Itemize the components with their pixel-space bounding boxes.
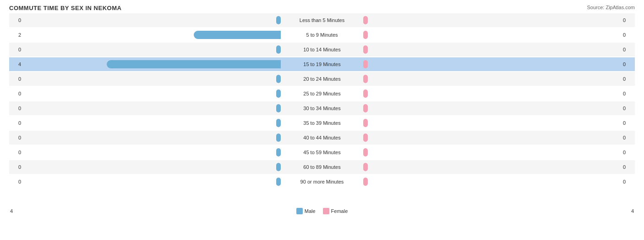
female-side — [363, 162, 621, 172]
chart-row: 0 Less than 5 Minutes 0 — [9, 13, 635, 27]
bars-wrapper: 60 to 89 Minutes — [23, 160, 621, 174]
row-male-val: 0 — [9, 120, 23, 126]
row-label: 10 to 14 Minutes — [281, 47, 363, 52]
male-side — [23, 118, 281, 128]
row-male-val: 0 — [9, 17, 23, 23]
chart-row: 0 10 to 14 Minutes 0 — [9, 43, 635, 56]
row-female-val: 0 — [621, 106, 635, 111]
female-bar — [363, 134, 368, 142]
row-bar-section: 45 to 59 Minutes — [23, 145, 621, 159]
male-bar — [194, 31, 281, 39]
male-side — [23, 89, 281, 98]
male-side — [23, 30, 281, 39]
row-label: 30 to 34 Minutes — [281, 106, 363, 111]
legend-male-box — [296, 208, 303, 214]
row-male-val: 2 — [9, 32, 23, 38]
bars-wrapper: 35 to 39 Minutes — [23, 116, 621, 130]
chart-row: 0 30 to 34 Minutes 0 — [9, 101, 635, 115]
chart-row: 0 35 to 39 Minutes 0 — [9, 116, 635, 130]
source-text: Source: ZipAtlas.com — [587, 5, 635, 10]
male-side — [23, 74, 281, 84]
row-female-val: 0 — [621, 47, 635, 52]
male-bar — [276, 134, 281, 142]
male-bar — [276, 45, 281, 54]
male-bar — [276, 119, 281, 127]
female-bar — [363, 60, 368, 68]
row-label: 60 to 89 Minutes — [281, 164, 363, 170]
female-side — [363, 133, 621, 142]
bars-wrapper: 45 to 59 Minutes — [23, 145, 621, 159]
chart-row: 0 90 or more Minutes 0 — [9, 175, 635, 189]
female-side — [363, 60, 621, 69]
footer-left-val: 4 — [10, 208, 13, 214]
bars-wrapper: 20 to 24 Minutes — [23, 72, 621, 86]
female-side — [363, 118, 621, 128]
row-male-val: 4 — [9, 61, 23, 67]
female-bar — [363, 163, 368, 171]
female-side — [363, 104, 621, 113]
chart-row: 0 60 to 89 Minutes 0 — [9, 160, 635, 174]
female-side — [363, 74, 621, 84]
male-bar — [276, 104, 281, 112]
female-bar — [363, 89, 368, 98]
row-female-val: 0 — [621, 164, 635, 170]
row-male-val: 0 — [9, 150, 23, 155]
male-bar — [276, 89, 281, 98]
row-female-val: 0 — [621, 150, 635, 155]
male-bar — [276, 148, 281, 156]
male-side — [23, 60, 281, 69]
row-label: 20 to 24 Minutes — [281, 76, 363, 82]
male-side — [23, 148, 281, 157]
row-female-val: 0 — [621, 91, 635, 96]
row-label: 35 to 39 Minutes — [281, 120, 363, 126]
bars-wrapper: Less than 5 Minutes — [23, 13, 621, 27]
female-bar — [363, 148, 368, 156]
female-bar — [363, 45, 368, 54]
row-female-val: 0 — [621, 61, 635, 67]
row-bar-section: Less than 5 Minutes — [23, 13, 621, 27]
male-bar — [276, 178, 281, 186]
row-male-val: 0 — [9, 91, 23, 96]
row-male-val: 0 — [9, 164, 23, 170]
row-female-val: 0 — [621, 32, 635, 38]
male-side — [23, 133, 281, 142]
row-label: 25 to 29 Minutes — [281, 91, 363, 96]
female-bar — [363, 31, 368, 39]
footer-right-val: 4 — [631, 208, 634, 214]
chart-row: 0 25 to 29 Minutes 0 — [9, 87, 635, 100]
male-side — [23, 45, 281, 54]
male-bar — [107, 60, 281, 68]
row-label: 90 or more Minutes — [281, 179, 363, 184]
row-bar-section: 25 to 29 Minutes — [23, 87, 621, 100]
female-bar — [363, 178, 368, 186]
chart-row: 2 5 to 9 Minutes 0 — [9, 28, 635, 42]
bars-wrapper: 90 or more Minutes — [23, 175, 621, 189]
female-side — [363, 148, 621, 157]
row-bar-section: 20 to 24 Minutes — [23, 72, 621, 86]
bars-wrapper: 15 to 19 Minutes — [23, 57, 621, 71]
row-bar-section: 10 to 14 Minutes — [23, 43, 621, 56]
row-label: Less than 5 Minutes — [281, 17, 363, 23]
male-bar — [276, 16, 281, 24]
female-side — [363, 177, 621, 186]
row-male-val: 0 — [9, 47, 23, 52]
chart-row: 4 15 to 19 Minutes 0 — [9, 57, 635, 71]
legend-female: Female — [323, 208, 348, 214]
row-female-val: 0 — [621, 76, 635, 82]
row-label: 15 to 19 Minutes — [281, 61, 363, 67]
legend-male: Male — [296, 208, 316, 214]
row-label: 5 to 9 Minutes — [281, 32, 363, 38]
chart-row: 0 45 to 59 Minutes 0 — [9, 145, 635, 159]
female-bar — [363, 119, 368, 127]
male-side — [23, 16, 281, 25]
male-side — [23, 177, 281, 186]
row-male-val: 0 — [9, 135, 23, 140]
female-side — [363, 16, 621, 25]
bars-wrapper: 30 to 34 Minutes — [23, 101, 621, 115]
female-bar — [363, 16, 368, 24]
female-side — [363, 45, 621, 54]
female-side — [363, 30, 621, 39]
chart-title: COMMUTE TIME BY SEX IN NEKOMA — [9, 5, 635, 11]
female-bar — [363, 104, 368, 112]
chart-container: COMMUTE TIME BY SEX IN NEKOMA Source: Zi… — [0, 0, 644, 240]
